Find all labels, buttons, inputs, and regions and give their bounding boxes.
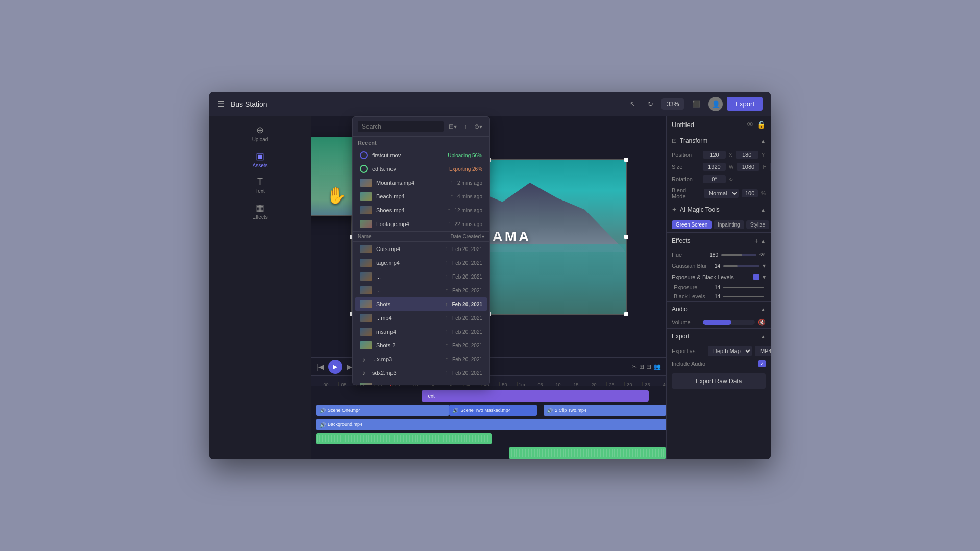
volume-slider[interactable] (703, 320, 755, 325)
play-button[interactable]: ▶ (328, 360, 342, 374)
list-item[interactable]: firstcut.mov Uploading 56% (355, 148, 487, 162)
asset-name: ...mp4 (376, 315, 441, 321)
list-item[interactable]: edits.mov Exporting 26% (355, 162, 487, 176)
person-add-icon[interactable]: 👥 (653, 363, 661, 370)
list-item[interactable]: ♪ sdx2.mp3 ↑ Feb 20, 2021 (355, 366, 487, 380)
asset-name: ... (376, 273, 441, 280)
waveform-visual-2 (509, 449, 666, 457)
list-item[interactable]: Footage.mp4 ↑ 22 mins ago (355, 217, 487, 231)
asset-thumbnail (360, 220, 372, 228)
audio-icon: 🔊 (320, 408, 326, 413)
blend-mode-select[interactable]: Normal (704, 189, 739, 198)
format-select[interactable]: MP4 (755, 346, 771, 356)
timeline-zoom-in[interactable]: ⊞ (639, 363, 644, 370)
list-item[interactable]: Cuts.mp4 ↑ Feb 20, 2021 (355, 242, 487, 256)
transform-icon: ⊡ (672, 137, 677, 144)
bg-track-content: 🔊 Background.mp4 (316, 419, 666, 430)
position-y-input[interactable] (736, 151, 758, 159)
prev-frame-btn[interactable]: |◀ (316, 363, 324, 371)
rotation-label: Rotation (672, 176, 700, 182)
add-effect-btn[interactable]: + (754, 237, 758, 245)
cursor-tool-btn[interactable]: ↖ (626, 98, 640, 110)
inpainting-tab[interactable]: Inpainting (714, 220, 744, 229)
sidebar-item-upload[interactable]: ⊕ Upload (209, 120, 311, 146)
bg-track[interactable]: 🔊 Background.mp4 (316, 419, 666, 430)
handle-top-right[interactable] (624, 158, 628, 162)
filter-btn[interactable]: ⊟▾ (447, 122, 459, 131)
export-section-header[interactable]: Export ▲ (667, 329, 771, 344)
asset-date: Feb 20, 2021 (452, 288, 482, 293)
list-item[interactable]: ms.mp4 ↑ Feb 20, 2021 (355, 325, 487, 338)
list-item[interactable]: Shots 2 ↑ Feb 20, 2021 (355, 339, 487, 352)
blur-expand-btn[interactable]: ▾ (763, 262, 766, 269)
effects-section-header[interactable]: Effects + ▲ (667, 233, 771, 249)
list-item[interactable]: Actor 2.mp4 ↑ Feb 20, 2021 (355, 380, 487, 385)
asset-date: Feb 20, 2021 (452, 384, 482, 385)
green-screen-tab[interactable]: Green Screen (672, 220, 712, 229)
hue-visibility-btn[interactable]: 👁 (760, 251, 766, 258)
video-track-clip-two[interactable]: 🔊 2 Clip Two.mp4 (544, 405, 666, 416)
position-x-input[interactable] (703, 151, 726, 159)
ai-tools-header[interactable]: ✦ AI Magic Tools ▲ (667, 202, 771, 217)
export-button[interactable]: Export (727, 97, 763, 111)
sidebar-item-effects[interactable]: ▦ Effects (209, 198, 311, 224)
list-item[interactable]: ♪ ...x.mp3 ↑ Feb 20, 2021 (355, 353, 487, 366)
list-item[interactable]: Shots ↑ Feb 20, 2021 (355, 297, 487, 311)
rotation-input[interactable] (703, 175, 726, 183)
video-track-scene-one[interactable]: 🔊 Scene One.mp4 (316, 405, 449, 416)
lock-icon[interactable]: 🔒 (757, 120, 766, 129)
handle-bottom-right[interactable] (624, 312, 628, 316)
handle-mid-right[interactable] (624, 235, 628, 239)
exposure-expand-btn[interactable]: ▾ (763, 273, 766, 281)
audio-section-header[interactable]: Audio ▲ (667, 302, 771, 317)
date-column-header[interactable]: Date Created ▾ (451, 234, 484, 239)
black-levels-label: Black Levels (674, 293, 707, 299)
list-item[interactable]: Shoes.mp4 ↑ 12 mins ago (355, 204, 487, 217)
size-w-input[interactable] (703, 163, 726, 171)
eye-icon[interactable]: 👁 (747, 120, 754, 129)
upload-btn[interactable]: ↑ (462, 122, 469, 131)
sidebar-item-text[interactable]: T Text (209, 172, 311, 198)
ruler-mark: :50 (499, 382, 517, 386)
zoom-selector[interactable]: 33% (662, 98, 684, 110)
text-track[interactable]: Text (422, 390, 649, 402)
exposure-slider[interactable] (723, 287, 764, 288)
list-item[interactable]: ... ↑ Feb 20, 2021 (355, 270, 487, 283)
settings-btn[interactable]: ⊙▾ (472, 122, 484, 131)
blur-slider[interactable] (723, 265, 760, 267)
list-item[interactable]: tage.mp4 ↑ Feb 20, 2021 (355, 256, 487, 269)
black-levels-row: Black Levels 14 (667, 292, 771, 301)
list-item[interactable]: Mountains.mp4 ↑ 2 mins ago (355, 176, 487, 189)
left-sidebar: ⊕ Upload ▣ Assets T Text ▦ Effects (209, 116, 311, 459)
list-item[interactable]: ... ↑ Feb 20, 2021 (355, 284, 487, 297)
search-input[interactable] (358, 121, 444, 132)
black-levels-slider[interactable] (723, 296, 764, 297)
transform-section-header[interactable]: ⊡ Transform ▲ (667, 133, 771, 148)
audio-chevron: ▲ (761, 307, 766, 312)
rotate-tool-btn[interactable]: ↻ (644, 98, 657, 110)
timeline-zoom-out[interactable]: ⊟ (646, 363, 651, 370)
screen-mode-btn[interactable]: ⬛ (688, 98, 704, 110)
depth-map-select[interactable]: Depth Map (708, 346, 752, 356)
sidebar-item-label: Effects (252, 214, 267, 220)
sidebar-item-assets[interactable]: ▣ Assets (209, 146, 311, 172)
asset-scroll-area[interactable]: Cuts.mp4 ↑ Feb 20, 2021 tage.mp4 ↑ Feb 2… (353, 242, 489, 385)
list-item[interactable]: Beach.mp4 ↑ 4 mins ago (355, 190, 487, 203)
video-track-scene-two[interactable]: 🔊 Scene Two Masked.mp4 (449, 405, 536, 416)
blend-opacity-input[interactable] (742, 189, 758, 197)
mute-btn[interactable]: 🔇 (758, 319, 766, 326)
hue-slider[interactable] (721, 254, 756, 256)
export-raw-btn[interactable]: Export Raw Data (672, 373, 766, 389)
list-item[interactable]: ...mp4 ↑ Feb 20, 2021 (355, 311, 487, 324)
include-audio-checkbox[interactable]: ✓ (758, 360, 766, 367)
waveform-clip-2[interactable] (509, 447, 666, 459)
waveform-clip-1[interactable] (316, 433, 492, 444)
blend-mode-row: Blend Mode Normal % (667, 185, 771, 202)
asset-date: 4 mins ago (457, 194, 482, 199)
effects-icon: ▦ (256, 202, 264, 213)
menu-icon[interactable]: ☰ (217, 99, 225, 109)
scissors-icon[interactable]: ✂ (632, 363, 637, 370)
size-extra-input[interactable] (770, 163, 771, 171)
size-h-input[interactable] (737, 163, 760, 171)
stylize-tab[interactable]: Stylize (746, 220, 769, 229)
